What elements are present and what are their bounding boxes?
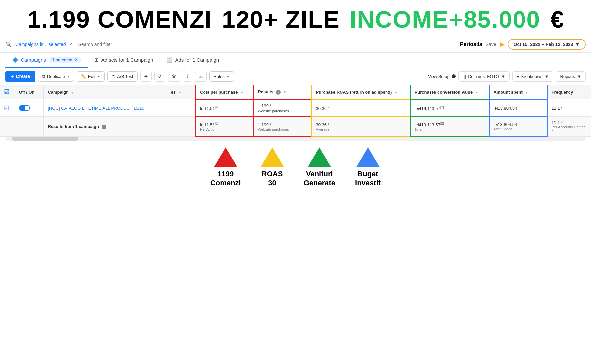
save-button[interactable]: Save: [486, 42, 496, 47]
th-cost-label: Cost per purchase: [200, 90, 238, 95]
indicator-yellow-label: ROAS 30: [262, 170, 283, 187]
td-campaign: [NGC] CATALOG LIFETIME ALL PRODUCT 15/10: [44, 99, 167, 117]
copy-button[interactable]: ⊕: [140, 71, 152, 82]
chevron-edit-icon: ▼: [97, 75, 100, 78]
nav-tabs: 🔷 Campaigns 1 selected ✕ ⊞ Ad sets for 1…: [0, 53, 591, 68]
ab-test-button[interactable]: ⚗ A/B Test: [107, 71, 137, 82]
duplicate-button[interactable]: ⧉ Duplicate ▼: [38, 71, 74, 82]
filter-bar: 🔍 Campaigns is 1 selected ✕ Perioada Sav…: [0, 36, 591, 53]
th-conv-label: Purchases conversion value: [415, 90, 473, 95]
th-toggle: Off / On: [15, 85, 44, 99]
th-toggle-label: Off / On: [19, 90, 35, 95]
total-info-icon: i: [102, 125, 106, 129]
triangle-blue-icon: [356, 147, 380, 167]
total-toggle: [15, 117, 44, 137]
date-range-label: Oct 15, 2022 – Feb 12, 2023: [514, 42, 573, 47]
adsets-icon: ⊞: [94, 57, 99, 63]
campaign-name-link[interactable]: [NGC] CATALOG LIFETIME ALL PRODUCT 15/10: [48, 106, 144, 111]
roas-value: 30.36: [316, 106, 327, 111]
frequency-value: 11.17: [552, 106, 563, 111]
campaign-toggle[interactable]: [19, 105, 30, 111]
row-checkbox[interactable]: ☑: [4, 105, 9, 111]
trash-icon: 🗑: [172, 74, 176, 79]
edit-button[interactable]: ✏️ Edit ▼: [77, 71, 105, 82]
breakdown-label: Breakdown: [521, 74, 543, 79]
total-roas: 30.36[2] Average: [312, 117, 410, 137]
reports-button[interactable]: Reports ▼: [556, 71, 586, 82]
tab-ad-sets[interactable]: ⊞ Ad sets for 1 Campaign: [88, 53, 160, 68]
chevron-down-icon: ▼: [575, 42, 580, 47]
total-amount: lei13,804.54 Total Spent: [489, 117, 547, 137]
indicator-green: Venituri Generate: [304, 147, 335, 187]
ads-label: Ads for 1 Campaign: [175, 57, 219, 63]
rules-chevron-icon: ▼: [226, 75, 230, 78]
es-sort-icon: ▼: [178, 91, 182, 94]
tag-button[interactable]: 🏷: [195, 71, 207, 82]
indicator-green-label: Venituri Generate: [304, 170, 335, 187]
tab-ads[interactable]: ⬜ Ads for 1 Campaign: [160, 53, 226, 68]
indicator-red-line1: 1199: [217, 170, 234, 178]
cost-superscript: [2]: [215, 105, 219, 109]
breakdown-chevron-icon: ▼: [545, 74, 549, 79]
create-label: Create: [16, 74, 30, 79]
total-roas-sub: Average: [316, 127, 406, 131]
total-results: 1,199[2] Website purchases: [254, 117, 312, 137]
campaign-filter-label: Campaigns is 1 selected: [15, 42, 66, 47]
td-results: 1,199[2] Website purchases: [254, 99, 312, 117]
total-conv-sub: Total: [415, 127, 485, 131]
indicator-green-line1: Venituri: [306, 170, 333, 178]
triangle-green-icon: [308, 147, 331, 167]
period-section: Perioada Save ▶ Oct 15, 2022 – Feb 12, 2…: [460, 39, 586, 50]
cost-sort-icon: ▼: [240, 91, 244, 94]
table-row: ☑ [NGC] CATALOG LIFETIME ALL PRODUCT 15/…: [0, 99, 591, 117]
th-campaign-label: Campaign: [48, 90, 68, 95]
header-checkbox[interactable]: ☑: [4, 89, 9, 95]
horizontal-scrollbar[interactable]: [5, 137, 586, 141]
tab-campaigns[interactable]: 🔷 Campaigns 1 selected ✕: [5, 53, 88, 68]
total-results-value: 1,199: [258, 122, 269, 127]
columns-label: Columns: FOTO: [468, 74, 499, 79]
amount-value: lei13,804.54: [493, 106, 517, 111]
conv-superscript: [2]: [440, 105, 444, 109]
td-check[interactable]: ☑: [0, 99, 15, 117]
campaign-sort-icon: ▼: [71, 91, 74, 94]
total-roas-value: 30.36: [316, 122, 327, 127]
indicator-blue-label: Buget Investit: [355, 170, 381, 187]
campaigns-icon: 🔷: [12, 57, 18, 63]
total-row: Results from 1 campaign i lei11.51[2] Pe…: [0, 117, 591, 137]
total-conv-value: lei419,113.57: [415, 122, 440, 127]
rules-button[interactable]: Rules ▼: [209, 71, 234, 82]
campaign-filter-close[interactable]: ✕: [69, 42, 72, 47]
total-freq-value: 11.17: [552, 120, 563, 125]
total-results-sub: Website purchases: [258, 127, 307, 131]
export-button[interactable]: ⤴: [183, 71, 192, 82]
results-superscript: [2]: [269, 103, 272, 106]
total-frequency: 11.17 Per Accounts Center a...: [547, 117, 591, 137]
th-es: es ▼: [167, 85, 196, 99]
refresh-button[interactable]: ↺: [154, 71, 165, 82]
reports-label: Reports: [560, 74, 575, 79]
header-title-income: INCOME+85.000: [350, 6, 540, 33]
indicator-blue: Buget Investit: [355, 147, 381, 187]
td-toggle[interactable]: [15, 99, 44, 117]
delete-button[interactable]: 🗑: [168, 71, 180, 82]
selected-close-icon[interactable]: ✕: [75, 58, 78, 62]
scrollbar-thumb[interactable]: [12, 137, 78, 141]
breakdown-button[interactable]: ≡ Breakdown ▼: [512, 71, 553, 82]
conv-sort-icon: ▼: [475, 91, 478, 94]
total-conv: lei419,113.57[2] Total: [410, 117, 489, 137]
arrow-right-icon: ▶: [500, 41, 504, 48]
td-amount: lei13,804.54: [489, 99, 547, 117]
columns-button[interactable]: ||| Columns: FOTO ▼: [458, 71, 510, 82]
indicator-blue-line1: Buget: [357, 170, 378, 178]
search-input[interactable]: [76, 40, 457, 48]
view-setup-button[interactable]: View Setup: [428, 74, 456, 79]
copy-icon: ⊕: [144, 74, 148, 79]
ab-test-label: A/B Test: [117, 74, 133, 79]
total-label-cell: Results from 1 campaign i: [44, 117, 167, 137]
triangle-red-icon: [214, 147, 237, 167]
date-range-button[interactable]: Oct 15, 2022 – Feb 12, 2023 ▼: [508, 39, 586, 50]
results-sub: Website purchases: [258, 109, 289, 113]
th-es-label: es: [171, 90, 176, 95]
create-button[interactable]: + Create: [5, 71, 35, 82]
